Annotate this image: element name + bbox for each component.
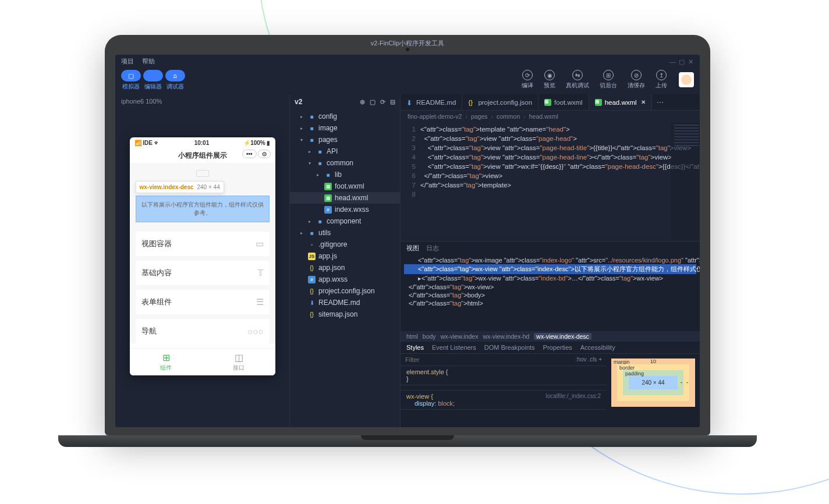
- devtools-panel-tab[interactable]: Accessibility: [580, 344, 615, 351]
- minimap[interactable]: [671, 122, 700, 241]
- row-icon: ▭: [256, 239, 264, 249]
- tree-json[interactable]: {} sitemap.json: [290, 308, 400, 320]
- expand-arrow-icon: ▾: [309, 161, 313, 166]
- tree-file[interactable]: ▫ .gitignore: [290, 239, 400, 250]
- simulator-pane: iphone6 100% 📶 IDE ᯤ 10:01 ⚡100% ▮ 小程序组件…: [115, 94, 290, 427]
- wxml-icon: ▦: [544, 99, 551, 106]
- minimize-icon[interactable]: —: [669, 58, 675, 64]
- more-tabs-icon[interactable]: ⋯: [652, 94, 668, 110]
- toolbar-action[interactable]: ⟳ 编译: [522, 70, 533, 90]
- mode-tab[interactable]: ⩍ 调试器: [165, 70, 185, 91]
- tree-wxss[interactable]: # index.wxss: [290, 204, 400, 215]
- devtools-panel-tab[interactable]: Event Listeners: [432, 344, 476, 351]
- element-node[interactable]: </"attr">class="tag">body>: [404, 291, 696, 299]
- toolbar-action[interactable]: ↥ 上传: [656, 70, 667, 90]
- highlighted-element[interactable]: 以下将展示小程序官方组件能力，组件样式仅供参考。: [136, 196, 270, 222]
- toolbar-action[interactable]: ⇆ 真机调试: [566, 70, 589, 90]
- action-icon: ◉: [544, 70, 555, 80]
- tree-folder[interactable]: ▸ ■ utils: [290, 227, 400, 239]
- styles-filter-input[interactable]: [405, 356, 576, 363]
- crumb-item[interactable]: body: [423, 333, 436, 340]
- editor-tab[interactable]: {} project.config.json: [462, 94, 539, 110]
- tree-label: app.json: [318, 264, 345, 272]
- breadcrumb-item[interactable]: pages: [471, 113, 488, 120]
- tree-json[interactable]: {} project.config.json: [290, 285, 400, 297]
- menu-item[interactable]: 项目: [121, 57, 134, 66]
- crumb-item[interactable]: html: [406, 333, 418, 340]
- list-item[interactable]: 视图容器 ▭: [136, 232, 270, 256]
- tree-label: head.wxml: [335, 194, 368, 202]
- new-file-icon[interactable]: ⊕: [360, 98, 365, 106]
- tree-folder[interactable]: ▸ ■ lib: [290, 169, 400, 180]
- breadcrumb-item[interactable]: common: [497, 113, 520, 120]
- toolbar-action[interactable]: ⊘ 清缓存: [628, 70, 645, 90]
- element-node[interactable]: <"attr">class="tag">wx-view "attr">class…: [404, 264, 696, 274]
- list-item[interactable]: 导航 ○○○: [136, 319, 270, 343]
- devtools-tab[interactable]: 日志: [426, 244, 439, 253]
- tabbar-item[interactable]: ⊞组件: [130, 349, 203, 375]
- crumb-item[interactable]: wx-view.index: [441, 333, 479, 340]
- avatar[interactable]: [679, 72, 694, 87]
- phone-preview: 📶 IDE ᯤ 10:01 ⚡100% ▮ 小程序组件展示 ••• ⊙: [130, 137, 275, 375]
- new-folder-icon[interactable]: ▢: [370, 98, 375, 106]
- refresh-icon[interactable]: ⟳: [380, 98, 385, 106]
- elements-panel[interactable]: <"attr">class="tag">wx-image "attr">clas…: [401, 255, 700, 331]
- tree-folder[interactable]: ▸ ■ config: [290, 111, 400, 122]
- css-rule[interactable]: </span><div><span class="selname">.index…: [401, 385, 607, 391]
- capsule-close[interactable]: ⊙: [258, 150, 271, 158]
- action-icon: ⟳: [522, 70, 533, 80]
- maximize-icon[interactable]: ▢: [679, 58, 685, 64]
- element-node[interactable]: </"attr">class="tag">html>: [404, 299, 696, 307]
- expand-arrow-icon: ▸: [309, 219, 313, 224]
- element-node[interactable]: <"attr">class="tag">wx-image "attr">clas…: [404, 256, 696, 264]
- logo-placeholder: [196, 170, 209, 177]
- close-tab-icon[interactable]: ✕: [641, 99, 646, 105]
- menu-item[interactable]: 帮助: [142, 57, 155, 66]
- tree-wxml[interactable]: ▦ head.wxml: [290, 192, 400, 204]
- explorer-root[interactable]: v2: [295, 98, 302, 106]
- crumb-item[interactable]: wx-view.index-hd: [483, 333, 529, 340]
- tree-folder[interactable]: ▾ ■ pages: [290, 134, 400, 145]
- mode-icon: ▢: [121, 70, 141, 81]
- devtools-panel-tab[interactable]: DOM Breakpoints: [484, 344, 535, 351]
- mode-tab[interactable]: 编辑器: [143, 70, 163, 91]
- css-rule[interactable]: element.style {}: [401, 366, 607, 385]
- editor-tab[interactable]: ⬇ README.md: [401, 94, 462, 110]
- tabbar-item[interactable]: ◫接口: [203, 349, 275, 375]
- capsule-menu[interactable]: •••: [242, 150, 257, 158]
- tree-wxml[interactable]: ▦ foot.wxml: [290, 180, 400, 192]
- devtools-panel-tab[interactable]: Properties: [543, 344, 572, 351]
- tree-json[interactable]: {} app.json: [290, 262, 400, 274]
- editor-tab[interactable]: ▦ foot.wxml: [539, 94, 589, 110]
- tree-folder[interactable]: ▸ ■ component: [290, 215, 400, 227]
- css-rule[interactable]: localfile:/_index.css:2wx-view {display:…: [401, 391, 607, 410]
- tree-md[interactable]: ⬇ README.md: [290, 297, 400, 308]
- tree-folder[interactable]: ▸ ■ API: [290, 145, 400, 157]
- element-node[interactable]: ▸<"attr">class="tag">wx-view "attr">clas…: [404, 274, 696, 283]
- editor-tab[interactable]: ▦ head.wxml ✕: [589, 94, 652, 110]
- tree-label: image: [318, 124, 338, 132]
- collapse-icon[interactable]: ⊟: [390, 98, 395, 106]
- list-item[interactable]: 表单组件 ☰: [136, 290, 270, 314]
- list-item[interactable]: 基础内容 𝕋: [136, 261, 270, 285]
- element-node[interactable]: </"attr">class="tag">wx-view>: [404, 283, 696, 291]
- file-explorer: v2 ⊕ ▢ ⟳ ⊟ ▸ ■ config ▸ ■ image ▾ ■ page…: [290, 94, 401, 427]
- toolbar-action[interactable]: ⊞ 切后台: [600, 70, 617, 90]
- close-icon[interactable]: ✕: [688, 58, 694, 64]
- tree-wxss[interactable]: # app.wxss: [290, 274, 400, 285]
- filter-options[interactable]: :hov .cls +: [576, 356, 602, 363]
- devtools-tab[interactable]: 视图: [406, 244, 419, 253]
- breadcrumb-item[interactable]: head.wxml: [529, 113, 558, 120]
- tree-folder[interactable]: ▸ ■ image: [290, 122, 400, 134]
- tab-icon: ◫: [203, 352, 275, 363]
- crumb-item[interactable]: wx-view.index-desc: [534, 333, 591, 340]
- devtools-panel-tab[interactable]: Styles: [406, 344, 424, 351]
- code-editor[interactable]: 12345678 <"attr">class="tag">template "a…: [401, 122, 700, 241]
- mode-tab[interactable]: ▢ 模拟器: [121, 70, 141, 91]
- toolbar-action[interactable]: ◉ 预览: [544, 70, 555, 90]
- folder-icon: ■: [308, 229, 316, 237]
- breadcrumb-item[interactable]: fino-applet-demo-v2: [408, 113, 462, 120]
- tree-folder[interactable]: ▾ ■ common: [290, 157, 400, 169]
- laptop-frame: 项目 帮助 v2-FinClip小程序开发工具 — ▢ ✕ ▢ 模拟器 编辑器 …: [105, 35, 710, 447]
- tree-js[interactable]: JS app.js: [290, 250, 400, 262]
